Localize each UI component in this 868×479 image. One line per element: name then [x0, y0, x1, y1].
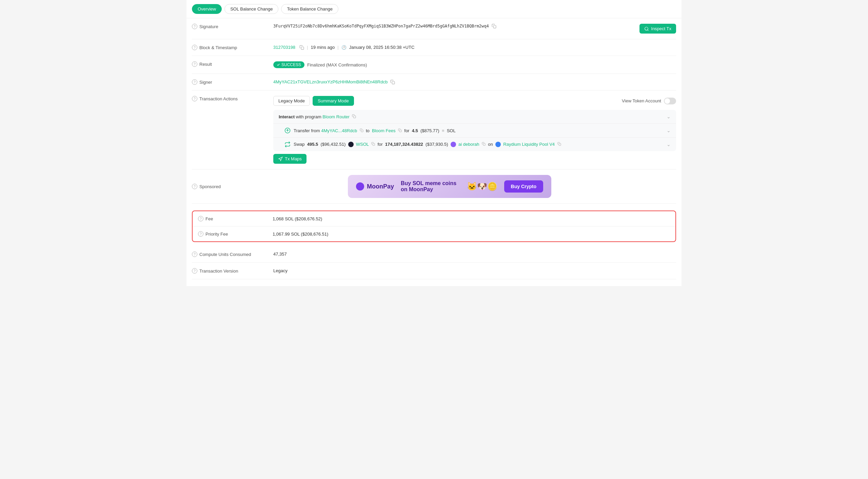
result-label: ? Result [192, 61, 267, 67]
ai-deborah-link[interactable]: ai deborah [458, 142, 479, 147]
transfer-token: SOL [447, 128, 456, 133]
ai-deborah-copy-icon[interactable] [482, 142, 486, 146]
timestamp-separator2: | [337, 45, 338, 50]
transfer-amount: 4.5 [412, 128, 418, 133]
fee-label: ? Fee [198, 216, 266, 221]
swap-amount-in-usd: $96,432.51 [322, 142, 344, 147]
svg-rect-2 [301, 47, 304, 49]
moonpay-buy-button[interactable]: Buy Crypto [504, 180, 543, 193]
timestamp-separator: | [307, 45, 308, 50]
signer-help-icon[interactable]: ? [192, 79, 197, 85]
transfer-to-link[interactable]: Bloom Fees [372, 128, 395, 133]
interact-chevron-icon[interactable]: ⌄ [667, 114, 671, 119]
transfer-chevron-icon[interactable]: ⌄ [667, 128, 671, 133]
signature-hash: 3FurqVVT25iF2oNb7c8Dv6hmhKaKSoKoTdPqyFXM… [273, 24, 489, 28]
tx-version-label: ? Transaction Version [192, 268, 267, 274]
priority-fee-label-text: Priority Fee [205, 232, 228, 237]
bloom-router-copy-icon[interactable] [352, 114, 356, 118]
block-number-link[interactable]: 312703198 [273, 45, 295, 50]
relative-time: 19 mins ago [311, 45, 335, 50]
tx-maps-button[interactable]: Tx Maps [273, 154, 307, 164]
priority-fee-row: ? Priority Fee 1,067.99 SOL ($208,676.51… [193, 226, 675, 241]
signature-row: ? Signature 3FurqVVT25iF2oNb7c8Dv6hmhKaK… [192, 18, 676, 39]
block-timestamp-label: ? Block & Timestamp [192, 45, 267, 50]
compute-units-label-text: Compute Units Consumed [199, 252, 251, 257]
tab-overview[interactable]: Overview [192, 4, 222, 14]
status-badge: SUCCESS [273, 61, 304, 68]
moonpay-name: MoonPay [367, 183, 394, 190]
absolute-time: January 08, 2025 16:50:38 +UTC [349, 45, 415, 50]
mode-buttons: Legacy Mode Summary Mode View Token Acco… [273, 96, 676, 106]
interact-text: Interact with program Bloom Router [279, 114, 356, 119]
svg-rect-10 [559, 143, 561, 145]
transfer-from-link[interactable]: 4MyYAC...48Rdcb [321, 128, 357, 133]
tx-maps-btn-label: Tx Maps [285, 156, 302, 161]
interact-action-card: Interact with program Bloom Router ⌄ [273, 110, 676, 151]
swap-icon [284, 141, 291, 148]
swap-amount-out: 174,187,324.43822 [385, 142, 423, 147]
block-help-icon[interactable]: ? [192, 45, 197, 50]
block-timestamp-row: ? Block & Timestamp 312703198 | 19 mins … [192, 39, 676, 56]
compute-units-help-icon[interactable]: ? [192, 252, 197, 257]
signer-address-link[interactable]: 4MyYAC21xTGVELzn3ruxxYzP6zHHMomBi8tNEn48… [273, 79, 388, 84]
svg-rect-3 [392, 81, 395, 84]
svg-rect-4 [354, 116, 356, 118]
transfer-icon [284, 127, 291, 134]
transaction-actions-row: ? Transaction Actions Legacy Mode Summar… [192, 91, 676, 169]
fee-value: 1,068 SOL ($208,676.52) [273, 216, 322, 221]
fee-row: ? Fee 1,068 SOL ($208,676.52) [193, 211, 675, 226]
compute-units-row: ? Compute Units Consumed 47,357 [192, 246, 676, 263]
svg-rect-9 [483, 143, 485, 145]
result-label-text: Result [199, 62, 212, 67]
raydium-link[interactable]: Raydium Liquidity Pool V4 [503, 142, 555, 147]
signature-label-text: Signature [199, 24, 218, 29]
transfer-from-copy-icon[interactable] [360, 128, 363, 132]
signer-copy-icon[interactable] [390, 80, 395, 84]
transfer-to-copy-icon[interactable] [398, 128, 402, 132]
tab-sol-balance-change[interactable]: SOL Balance Change [224, 4, 278, 14]
result-value: SUCCESS Finalized (MAX Confirmations) [273, 61, 676, 68]
inspect-tx-button[interactable]: Inspect Tx [639, 24, 676, 34]
sponsored-help-icon[interactable]: ? [192, 184, 197, 189]
signature-copy-icon[interactable] [492, 24, 496, 28]
transfer-usd: $875.77 [422, 128, 438, 133]
moonpay-banner[interactable]: MoonPay Buy SOL meme coins on MoonPay 🐱🐶… [348, 175, 551, 198]
summary-mode-button[interactable]: Summary Mode [313, 96, 354, 106]
transfer-text: Transfer from 4MyYAC...48Rdcb to Bloom F… [294, 128, 456, 133]
result-help-icon[interactable]: ? [192, 61, 197, 67]
tx-version-help-icon[interactable]: ? [192, 268, 197, 274]
bloom-router-link[interactable]: Bloom Router [322, 114, 349, 119]
priority-fee-label: ? Priority Fee [198, 231, 266, 237]
signature-help-icon[interactable]: ? [192, 24, 197, 29]
swap-chevron-icon[interactable]: ⌄ [667, 142, 671, 147]
tx-actions-help-icon[interactable]: ? [192, 96, 197, 101]
raydium-icon [495, 142, 501, 147]
svg-rect-8 [373, 143, 375, 145]
wsol-copy-icon[interactable] [371, 142, 375, 146]
wsol-link[interactable]: WSOL [356, 142, 369, 147]
fee-label-text: Fee [205, 216, 213, 221]
swap-text: Swap 495.5 ($96,432.51) WSOL for 174,187… [294, 142, 561, 147]
view-token-account-toggle[interactable] [664, 98, 676, 104]
ai-deborah-token-icon [451, 142, 456, 147]
sponsored-label-text: Sponsored [199, 184, 221, 189]
block-timestamp-value: 312703198 | 19 mins ago | 🕐 January 08, … [273, 45, 676, 50]
legacy-mode-button[interactable]: Legacy Mode [273, 96, 310, 106]
moonpay-dot-icon [356, 182, 364, 191]
block-copy-icon[interactable] [299, 45, 304, 50]
signer-value: 4MyYAC21xTGVELzn3ruxxYzP6zHHMomBi8tNEn48… [273, 79, 676, 84]
main-container: Overview SOL Balance Change Token Balanc… [186, 0, 682, 286]
svg-point-1 [645, 27, 648, 30]
interact-action-header: Interact with program Bloom Router ⌄ [273, 110, 676, 123]
tab-token-balance-change[interactable]: Token Balance Change [281, 4, 338, 14]
inspect-btn-label: Inspect Tx [651, 26, 671, 31]
priority-fee-help-icon[interactable]: ? [198, 231, 203, 237]
raydium-copy-icon[interactable] [557, 142, 561, 146]
tx-version-row: ? Transaction Version Legacy [192, 263, 676, 279]
fee-help-icon[interactable]: ? [198, 216, 203, 221]
view-token-account-label: View Token Account [622, 98, 661, 103]
tx-actions-content: Legacy Mode Summary Mode View Token Acco… [273, 96, 676, 164]
signer-row: ? Signer 4MyYAC21xTGVELzn3ruxxYzP6zHHMom… [192, 74, 676, 91]
signer-label: ? Signer [192, 79, 267, 85]
transfer-action-item: Transfer from 4MyYAC...48Rdcb to Bloom F… [273, 123, 676, 137]
